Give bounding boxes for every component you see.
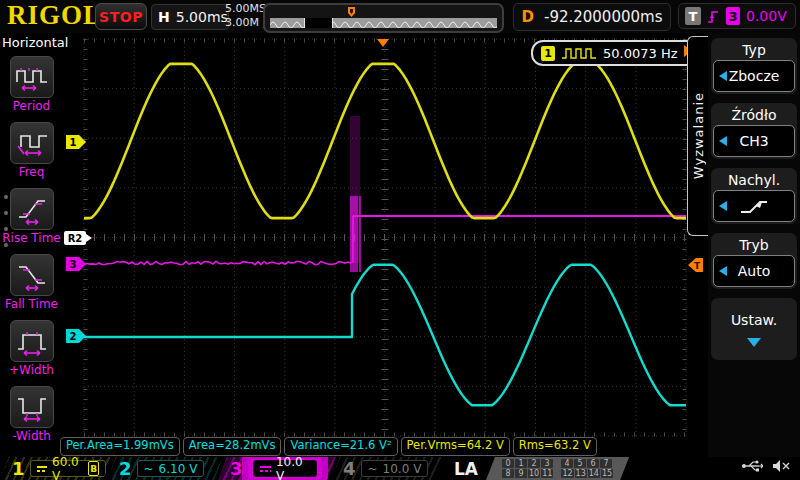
bandwidth-limit-badge: B [88,461,99,476]
channel-position-marker [66,329,86,343]
trigger-type-button[interactable]: Zbocze [713,60,795,92]
la-digits-row1: 01234567 [502,459,613,468]
channel-1-status[interactable]: 1 60.0 V B [0,457,112,480]
reference-position-marker-label: R2 [68,233,83,244]
measure-item-freq[interactable]: Freq [0,122,63,179]
la-digits-row2: 89101112131415 [502,469,613,478]
measure-item-period[interactable]: Period [0,56,63,113]
delay-readout[interactable]: D -92.2000000ms [513,3,671,31]
ac-coupling-icon: ~ [144,462,154,476]
measure-label: Rise Time [2,231,61,245]
square-wave-icon [561,47,597,59]
horizontal-measure-menu: Horizontal Period Freq Rise Tim [0,33,63,457]
measure-item-plus-width[interactable]: +Width [0,320,63,377]
la-digit: 0 [502,459,514,468]
la-digit: 6 [587,459,599,468]
la-digit: 15 [601,469,613,478]
reference-position-marker-arrow [86,234,92,242]
rising-edge-icon [707,9,720,24]
measurement-per-area: Per.Area=1.99mVs [60,437,180,456]
run-state-badge: STOP [95,3,147,30]
channel-4-status[interactable]: 4 ~ 10.0 V [331,457,443,480]
ch3-trace-low [84,261,351,265]
channel-number: 3 [230,457,243,480]
measure-item-minus-width[interactable]: -Width [0,386,63,443]
rise-time-icon [15,193,49,225]
measure-label: Fall Time [5,297,58,311]
trigger-level-marker-label: T [694,261,701,271]
la-digit: 13 [575,469,587,478]
trigger-settings-button[interactable]: Ustaw. [711,298,797,360]
measure-label: Freq [19,165,45,179]
trigger-position-flag-icon [347,7,356,18]
trigger-slope-label: Nachyl. [713,170,795,190]
trigger-slope-button[interactable] [713,190,795,222]
memory-waveform-strip [270,18,497,28]
top-status-bar: RIGOL STOP H 5.00ms 5.00MSa/s 3.00M pts … [0,0,800,33]
horizontal-timebase-readout[interactable]: H 5.00ms [151,4,229,30]
menu-scroll-indicator [4,195,8,247]
frequency-value: 50.0073 Hz [603,46,678,61]
la-digit: 11 [541,469,553,478]
channel-scale-value: 60.0 V [52,455,83,480]
trigger-level-marker [688,258,703,272]
trigger-mode-label: Tryb [713,235,795,255]
frequency-counter: 1 50.0073 Hz [531,40,701,66]
rigol-logo: RIGOL [7,0,102,31]
measure-label: -Width [12,429,51,443]
measure-item-rise-time[interactable]: Rise Time [0,188,63,245]
trigger-type-group: Typ Zbocze [711,38,797,94]
horizontal-label: H [158,9,170,25]
dc-coupling-icon [37,466,48,472]
waveform-display: T1R232 [0,0,800,480]
ac-coupling-icon: ~ [368,462,378,476]
la-digit: 3 [541,459,553,468]
speaker-muted-icon [772,459,790,473]
timebase-value: 5.00ms [176,9,228,25]
trigger-level-value: 0.00V [746,8,787,24]
chevron-down-icon [747,338,761,347]
trigger-slope-group: Nachyl. [711,168,797,224]
channel-3-status[interactable]: 3 10.0 V [218,457,336,480]
logic-analyzer-label: LA [454,459,478,479]
minus-width-icon [15,391,49,423]
trigger-readout[interactable]: T 3 0.00V [678,3,796,29]
left-menu-title: Horizontal [2,35,63,50]
trigger-position-marker [377,39,389,47]
trigger-source-button[interactable]: CH3 [713,125,795,157]
plus-width-icon [15,325,49,357]
la-digit: 12 [561,469,573,478]
trigger-mode-group: Tryb Auto [711,233,797,289]
measure-label: +Width [9,363,54,377]
reference-position-marker [64,231,86,245]
measure-label: Period [13,99,50,113]
usb-icon [741,459,763,473]
logic-analyzer-status[interactable]: 01234567 89101112131415 [486,457,629,480]
channel-number: 1 [12,457,25,480]
channel-position-marker-label: 2 [70,331,77,342]
system-icons [741,459,790,473]
freq-icon [15,127,49,159]
channel-position-marker [66,135,86,149]
channel-2-status[interactable]: 2 ~ 6.10 V [107,457,223,480]
channel-number: 4 [343,457,356,480]
trigger-mode-button[interactable]: Auto [713,255,795,287]
measurement-variance: Variance=21.6 V² [284,437,397,456]
ch3-spike-smear [350,116,360,263]
la-digit: 1 [515,459,527,468]
memory-position-bar [263,3,504,33]
la-digit: 7 [600,459,612,468]
ch1-trace [84,64,686,218]
display-window-indicator [304,18,333,28]
trigger-menu: Typ Zbocze Źródło CH3 Nachyl. [708,33,800,457]
measure-item-fall-time[interactable]: Fall Time [0,254,63,311]
dc-coupling-icon [260,466,271,472]
channel-scale-value: 6.10 V [159,462,198,476]
la-digit: 5 [574,459,586,468]
channel-position-marker-label: 1 [70,137,77,148]
delay-value: -92.2000000ms [544,8,663,26]
chevron-left-icon [719,136,727,146]
measurement-rms: Rms=63.2 V [513,437,597,456]
channel-status-bar: 1 60.0 V B 2 ~ 6.10 V 3 10.0 V [0,457,800,480]
trigger-menu-tab[interactable]: Wyzwalanie [687,36,708,236]
